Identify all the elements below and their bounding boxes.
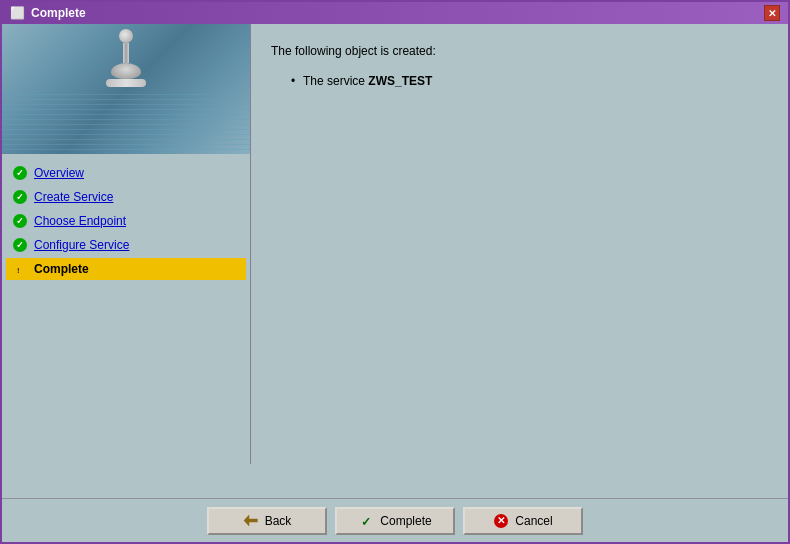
back-button[interactable]: Back [207,507,327,535]
chess-base [106,79,146,87]
bottom-bar: Back Complete ✕ Cancel [2,498,788,542]
sidebar-item-choose-endpoint[interactable]: ✓ Choose Endpoint [6,210,246,232]
cancel-label: Cancel [515,514,552,528]
cancel-button[interactable]: ✕ Cancel [463,507,583,535]
sidebar-item-complete[interactable]: Complete [6,258,246,280]
sidebar-item-label-configure-service[interactable]: Configure Service [34,238,129,252]
check-circle-icon-overview: ✓ [12,165,28,181]
chess-top [119,29,133,43]
intro-text: The following object is created: [271,44,768,58]
window-icon: ⬜ [10,6,25,20]
title-bar: ⬜ Complete ✕ [2,2,788,24]
sidebar-item-label-create-service[interactable]: Create Service [34,190,113,204]
check-circle-icon-endpoint: ✓ [12,213,28,229]
back-label: Back [265,514,292,528]
window-title: Complete [31,6,86,20]
warning-icon-complete [12,261,28,277]
image-decoration [106,29,146,87]
sidebar-item-create-service[interactable]: ✓ Create Service [6,186,246,208]
chess-body [111,63,141,79]
back-icon [243,513,259,529]
image-area [2,24,250,154]
complete-label: Complete [380,514,431,528]
result-item: The service ZWS_TEST [291,74,768,88]
left-panel: ✓ Overview ✓ Create Service ✓ [2,24,250,498]
nav-list: ✓ Overview ✓ Create Service ✓ [2,154,250,288]
sidebar-item-overview[interactable]: ✓ Overview [6,162,246,184]
bullet-text: The service [303,74,368,88]
window-body: ✓ Overview ✓ Create Service ✓ [2,24,788,542]
sidebar-item-label-complete: Complete [34,262,89,276]
result-list: The service ZWS_TEST [271,74,768,88]
check-circle-icon-create: ✓ [12,189,28,205]
check-circle-icon-configure: ✓ [12,237,28,253]
main-content: ✓ Overview ✓ Create Service ✓ [2,24,788,498]
chess-neck [123,43,129,63]
title-bar-left: ⬜ Complete [10,6,86,20]
main-window: ⬜ Complete ✕ [0,0,790,544]
sidebar-item-configure-service[interactable]: ✓ Configure Service [6,234,246,256]
right-panel: The following object is created: The ser… [251,24,788,498]
sidebar-item-label-choose-endpoint[interactable]: Choose Endpoint [34,214,126,228]
complete-button[interactable]: Complete [335,507,455,535]
ripple-decoration [2,94,250,154]
cancel-icon: ✕ [493,513,509,529]
complete-icon [358,513,374,529]
sidebar-item-label-overview[interactable]: Overview [34,166,84,180]
close-button[interactable]: ✕ [764,5,780,21]
service-name: ZWS_TEST [368,74,432,88]
